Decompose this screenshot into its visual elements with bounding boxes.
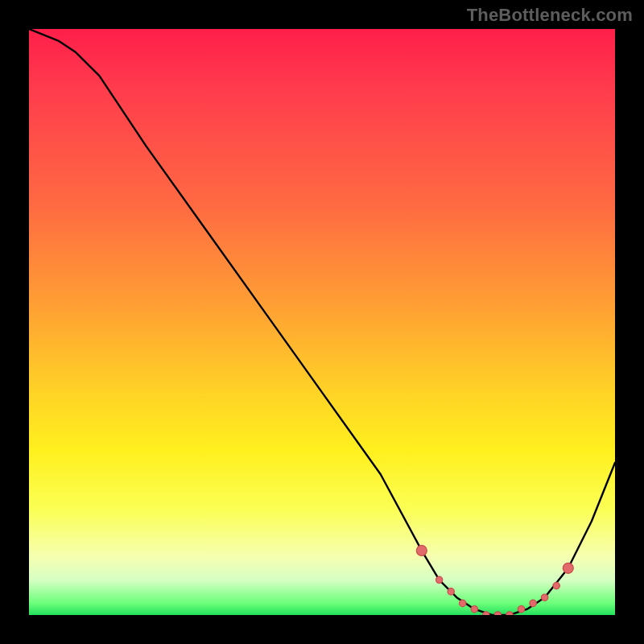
marker-dot [494,612,501,615]
marker-dot [506,612,513,615]
marker-dot [530,600,536,606]
highlighted-points-group [416,545,573,615]
marker-dot [448,588,454,595]
bottleneck-curve-line [29,29,615,615]
marker-dot [460,600,466,606]
marker-dot [416,545,427,555]
marker-dot [563,563,573,573]
marker-dot [541,594,547,601]
marker-dot [471,606,477,613]
marker-dot [436,576,442,583]
marker-dot [483,612,489,615]
chart-svg [29,29,615,615]
watermark-label: TheBottleneck.com [467,5,633,26]
plot-area [29,29,615,615]
marker-dot [518,606,524,613]
marker-dot [553,582,559,588]
chart-frame: TheBottleneck.com [0,0,644,644]
